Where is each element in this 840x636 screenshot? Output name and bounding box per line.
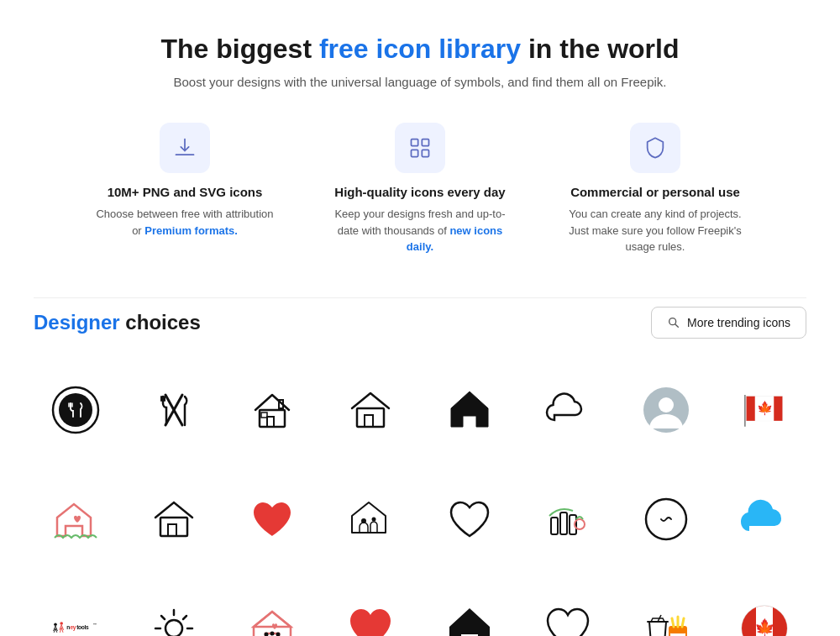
svg-point-17 [659, 397, 674, 413]
svg-rect-0 [412, 139, 418, 146]
heart-filled-red-icon [247, 494, 297, 544]
icon-house-filled[interactable] [428, 372, 512, 448]
shield-icon-box [630, 123, 680, 173]
plate-icon [50, 385, 101, 435]
svg-rect-15 [365, 415, 373, 427]
svg-text:🍁: 🍁 [756, 399, 773, 415]
circle-outline-icon [641, 494, 691, 544]
svg-rect-14 [357, 408, 384, 427]
canadian-flag-icon: 🍁 [739, 385, 790, 435]
new-icons-daily-link[interactable]: new icons daily. [407, 224, 502, 254]
house-colorful-icon [247, 603, 297, 637]
svg-point-49 [270, 631, 275, 635]
house-solid-black-icon [444, 603, 495, 637]
svg-text:ey: ey [70, 624, 76, 631]
house-simple-icon [345, 385, 396, 435]
premium-formats-link[interactable]: Premium formats. [144, 224, 238, 237]
svg-point-7 [59, 393, 92, 427]
grid-icon [408, 136, 432, 160]
feature-png-svg: 10M+ PNG and SVG icons Choose between fr… [92, 123, 277, 255]
grid-icon-box [395, 123, 445, 173]
hero-section: The biggest free icon library in the wor… [34, 34, 806, 89]
neontools-logo-icon: n ey tools ™ [50, 603, 101, 637]
svg-line-54 [672, 618, 674, 627]
icon-cloud-blue[interactable] [722, 481, 806, 557]
feature-commercial: Commercial or personal use You can creat… [563, 123, 748, 255]
feature-png-svg-desc: Choose between free with attribution or … [92, 206, 277, 239]
section-divider [34, 297, 806, 298]
download-icon-box [160, 123, 210, 173]
hero-subtitle: Boost your designs with the universal la… [34, 75, 806, 89]
svg-rect-2 [412, 150, 418, 156]
hero-title: The biggest free icon library in the wor… [34, 34, 806, 65]
svg-rect-1 [422, 139, 428, 146]
icon-house-colorful[interactable] [230, 591, 314, 637]
sun-icon [149, 603, 199, 637]
svg-line-5 [675, 323, 679, 327]
feature-daily-title: High-quality icons every day [328, 185, 512, 199]
icon-cloud[interactable] [526, 372, 610, 448]
svg-rect-11 [267, 417, 274, 427]
icon-fast-food[interactable] [624, 591, 708, 637]
feature-png-svg-title: 10M+ PNG and SVG icons [92, 185, 277, 199]
icon-heart-big-red[interactable] [328, 591, 412, 637]
icon-grocery[interactable] [526, 481, 610, 557]
house-outline2-icon [149, 494, 199, 544]
house-chimney-icon [247, 385, 297, 435]
cloud-blue-icon [739, 494, 790, 544]
section-title: Designer choices [34, 311, 201, 334]
icon-house-heart-garden[interactable] [34, 481, 118, 557]
svg-rect-13 [261, 413, 267, 418]
shield-icon [643, 136, 667, 160]
svg-line-44 [161, 616, 165, 619]
icon-house-outline2[interactable] [132, 481, 216, 557]
svg-point-34 [60, 622, 63, 625]
icon-house-simple[interactable] [328, 372, 412, 448]
svg-rect-25 [168, 524, 176, 536]
icon-heart-outline-large[interactable] [526, 591, 610, 637]
svg-line-46 [183, 616, 186, 619]
house-heart-garden-icon [50, 494, 101, 544]
cloud-icon [543, 385, 593, 435]
icon-circle-outline[interactable] [624, 481, 708, 557]
feature-daily: High-quality icons every day Keep your d… [328, 123, 512, 255]
icon-house-solid-black[interactable] [428, 591, 512, 637]
search-icon [667, 316, 680, 329]
icon-heart-outline[interactable] [428, 481, 512, 557]
icon-house-family[interactable] [328, 481, 412, 557]
icon-plate[interactable] [34, 372, 118, 448]
svg-point-33 [54, 623, 57, 626]
user-avatar-icon [641, 385, 691, 435]
icon-house-chimney[interactable] [230, 372, 314, 448]
icon-row-2 [34, 473, 806, 565]
heart-outline-icon [444, 494, 495, 544]
icon-canadian-flag[interactable]: 🍁 [722, 372, 806, 448]
feature-commercial-title: Commercial or personal use [563, 185, 748, 199]
svg-text:tools: tools [76, 624, 89, 630]
fast-food-icon [641, 603, 691, 637]
svg-text:™: ™ [93, 623, 97, 627]
svg-rect-28 [551, 518, 558, 534]
features-section: 10M+ PNG and SVG icons Choose between fr… [34, 123, 806, 255]
svg-text:🍁: 🍁 [753, 618, 774, 637]
icon-fork-knife[interactable] [132, 372, 216, 448]
svg-rect-3 [422, 150, 428, 156]
svg-point-27 [372, 517, 376, 521]
svg-line-56 [682, 618, 684, 627]
feature-commercial-desc: You can create any kind of projects. Jus… [563, 206, 748, 255]
icon-sun[interactable] [132, 591, 216, 637]
house-filled-icon [444, 385, 495, 435]
canadian-flag-round-icon: 🍁 [739, 603, 790, 637]
download-icon [173, 136, 197, 160]
icon-user-avatar[interactable] [624, 372, 708, 448]
icon-heart-filled-red[interactable] [230, 481, 314, 557]
heart-big-red-icon [345, 603, 396, 637]
svg-text:n: n [66, 624, 70, 630]
heart-outline-large-icon [543, 603, 593, 637]
more-trending-icons-button[interactable]: More trending icons [651, 307, 806, 339]
icon-row-1: 🍁 [34, 364, 806, 456]
icon-canadian-flag-round[interactable]: 🍁 [722, 591, 806, 637]
svg-rect-20 [747, 396, 755, 420]
icon-logo-neontools[interactable]: n ey tools ™ [34, 591, 118, 637]
grocery-icon [543, 494, 593, 544]
